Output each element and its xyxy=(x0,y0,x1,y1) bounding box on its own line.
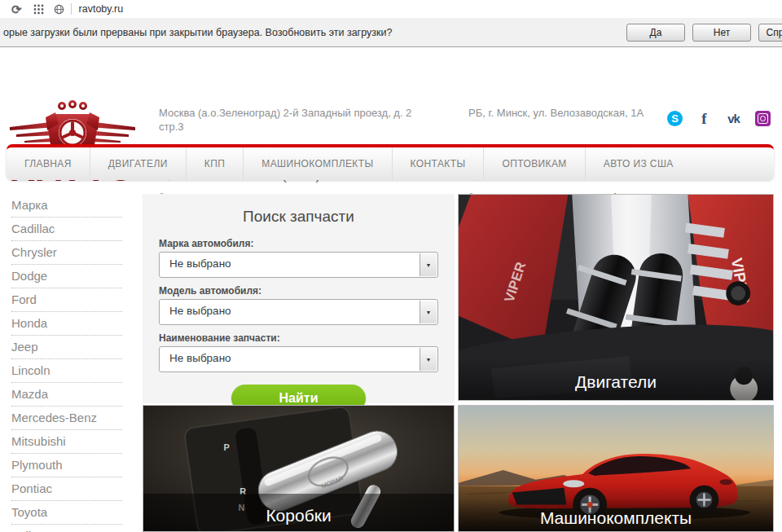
chevron-down-icon[interactable]: ▼ xyxy=(420,301,437,323)
sidebar-item-volkswagen[interactable]: Volkswagen xyxy=(11,525,122,532)
form-title: Поиск запчасти xyxy=(159,208,438,226)
brand-select[interactable]: Не выбрано ▼ xyxy=(159,252,438,278)
part-select[interactable]: Не выбрано ▼ xyxy=(159,346,438,372)
vk-icon[interactable]: vk xyxy=(726,111,741,126)
model-label: Модель автомобиля: xyxy=(159,285,438,297)
brand-select-value: Не выбрано xyxy=(169,253,231,275)
apps-grid-icon[interactable] xyxy=(33,4,44,15)
chevron-down-icon[interactable]: ▼ xyxy=(420,253,437,276)
instagram-icon[interactable] xyxy=(755,111,771,126)
sidebar-item-pontiac[interactable]: Pontiac xyxy=(11,477,122,501)
address-bar[interactable]: ravtoby.ru xyxy=(54,0,782,18)
sidebar-item-mazda[interactable]: Mazda xyxy=(11,383,122,407)
sidebar-item-honda[interactable]: Honda xyxy=(11,312,122,336)
sidebar-item-plymouth[interactable]: Plymouth xyxy=(11,454,122,477)
model-select-value: Не выбрано xyxy=(169,300,231,323)
car-kits-tile[interactable]: Машинокомплекты xyxy=(458,405,774,532)
browser-toolbar: ⟳ ravtoby.ru xyxy=(0,0,782,19)
brand-sidebar: Марка Cadillac Chrysler Dodge Ford Honda… xyxy=(0,186,140,532)
part-select-value: Не выбрано xyxy=(169,347,231,370)
page-info-icon xyxy=(54,4,64,15)
url-divider xyxy=(71,3,72,15)
model-field-group: Модель автомобиля: Не выбрано ▼ xyxy=(159,285,438,325)
sidebar-item-lincoln[interactable]: Lincoln xyxy=(11,359,122,383)
part-field-group: Наименование запчасти: Не выбрано ▼ xyxy=(159,332,438,372)
skype-icon[interactable]: S xyxy=(667,111,683,126)
model-select[interactable]: Не выбрано ▼ xyxy=(159,299,438,325)
engines-label: Двигатели xyxy=(459,372,773,392)
sidebar-item-mercedes[interactable]: Mercedes-Benz xyxy=(11,407,122,430)
notification-buttons: Да Нет Спросить xyxy=(619,24,782,42)
nav-item-car-kits[interactable]: МАШИНОКОМПЛЕКТЫ xyxy=(243,147,391,180)
brand-label: Марка автомобиля: xyxy=(159,238,438,249)
notification-message: орые загрузки были прерваны при закрытии… xyxy=(3,27,392,38)
chevron-down-icon[interactable]: ▼ xyxy=(420,348,437,371)
svg-text:P: P xyxy=(223,442,229,452)
nav-item-contacts[interactable]: КОНТАКТЫ xyxy=(392,147,484,180)
brand-field-group: Марка автомобиля: Не выбрано ▼ xyxy=(159,238,438,278)
sidebar-item-dodge[interactable]: Dodge xyxy=(11,265,122,288)
url-text: ravtoby.ru xyxy=(79,3,124,15)
notification-yes-button[interactable]: Да xyxy=(626,24,685,42)
nav-item-home[interactable]: ГЛАВНАЯ xyxy=(7,147,90,180)
parts-search-form: Поиск запчасти Марка автомобиля: Не выбр… xyxy=(143,194,455,403)
instagram-lens xyxy=(760,116,766,121)
nav-item-usa-cars[interactable]: АВТО ИЗ США xyxy=(585,147,692,180)
sidebar-item-mitsubishi[interactable]: Mitsubishi xyxy=(11,430,122,454)
nav-item-wholesale[interactable]: ОПТОВИКАМ xyxy=(483,147,584,180)
engines-tile[interactable]: VIPER VIPER Двигатели xyxy=(458,194,774,401)
reload-icon[interactable]: ⟳ xyxy=(11,3,22,15)
moscow-address: Москва (а.о.Зеленоград) 2-й Западный про… xyxy=(159,106,428,134)
main-navigation: ГЛАВНАЯ ДВИГАТЕЛИ КПП МАШИНОКОМПЛЕКТЫ КО… xyxy=(7,144,774,180)
sidebar-item-chrysler[interactable]: Chrysler xyxy=(11,241,122,265)
site-header: RAVTO Москва (а.о.Зеленоград) 2-й Западн… xyxy=(0,47,782,144)
facebook-icon[interactable]: f xyxy=(696,111,712,126)
sidebar-item-cadillac[interactable]: Cadillac xyxy=(11,218,122,241)
sidebar-item-ford[interactable]: Ford xyxy=(11,288,122,312)
sidebar-item-marka[interactable]: Марка xyxy=(11,194,122,218)
nav-item-kpp[interactable]: КПП xyxy=(186,147,243,180)
gearboxes-label: Коробки xyxy=(143,506,454,525)
social-links: S f vk xyxy=(667,111,771,126)
sidebar-item-toyota[interactable]: Toyota xyxy=(11,501,122,525)
browser-window: ⟳ ravtoby.ru орые загрузки были прерваны… xyxy=(0,0,782,532)
sidebar-item-jeep[interactable]: Jeep xyxy=(11,336,122,359)
nav-item-engines[interactable]: ДВИГАТЕЛИ xyxy=(90,147,186,180)
car-kits-label: Машинокомплекты xyxy=(459,508,773,528)
instagram-flash-dot xyxy=(767,114,768,116)
gearboxes-tile[interactable]: PRN MOPAR Коробки xyxy=(143,405,455,532)
download-notification-bar: орые загрузки были прерваны при закрытии… xyxy=(0,18,782,47)
notification-no-button[interactable]: Нет xyxy=(692,24,751,42)
notification-ask-button[interactable]: Спросить xyxy=(758,24,782,42)
part-label: Наименование запчасти: xyxy=(159,332,438,344)
